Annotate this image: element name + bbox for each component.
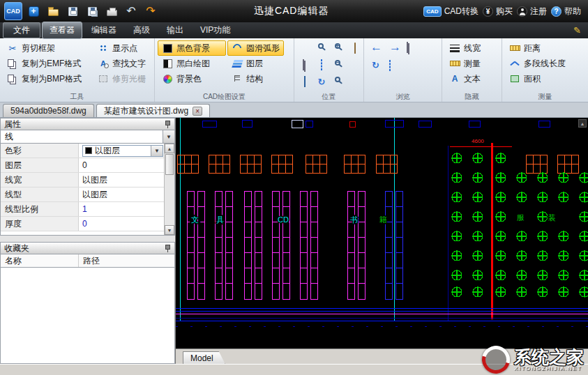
smooth-arc-toggle[interactable]: 圆滑弧形 bbox=[227, 40, 284, 56]
menu-file-button[interactable]: 文件 bbox=[3, 22, 40, 38]
linewidth-toggle[interactable]: 线宽 bbox=[445, 40, 485, 56]
copy-view-button[interactable] bbox=[304, 60, 306, 70]
structure-button[interactable]: 结构 bbox=[227, 71, 284, 86]
zoom-out-button[interactable] bbox=[335, 60, 342, 70]
polyline-length-button[interactable]: 多段线长度 bbox=[505, 56, 570, 71]
property-row[interactable]: 线型比例 1 bbox=[1, 202, 174, 217]
watermark-title: 系统之家 bbox=[514, 348, 584, 366]
save-all-button[interactable] bbox=[84, 3, 100, 20]
area-button[interactable]: 面积 bbox=[505, 71, 570, 86]
menu-tab-vip[interactable]: VIP功能 bbox=[193, 22, 238, 39]
layers-label: 图层 bbox=[246, 58, 263, 70]
favorites-header[interactable]: 收藏夹 bbox=[0, 242, 175, 254]
model-tab[interactable]: Model bbox=[183, 351, 225, 364]
copy-emf-button[interactable]: 复制为EMF格式 bbox=[3, 56, 92, 71]
black-bg-toggle[interactable]: 黑色背景 bbox=[158, 40, 226, 56]
find-text-icon: A bbox=[98, 59, 108, 68]
property-value[interactable]: 0 bbox=[79, 158, 174, 172]
scroll-thumb[interactable] bbox=[165, 154, 174, 175]
panel-gap bbox=[0, 236, 175, 242]
view-3d-button[interactable] bbox=[304, 77, 306, 86]
menu-tab-editor[interactable]: 编辑器 bbox=[84, 22, 124, 39]
properties-header[interactable]: 属性 bbox=[0, 118, 175, 130]
doc-tab-active[interactable]: 某超市建筑设计图.dwg × bbox=[96, 104, 210, 117]
property-value[interactable]: 以图层 bbox=[79, 188, 174, 201]
layers-button[interactable]: 图层 bbox=[227, 56, 284, 71]
property-row[interactable]: 线型 以图层 bbox=[1, 188, 174, 202]
menu-tab-viewer[interactable]: 查看器 bbox=[42, 22, 82, 39]
scroll-track[interactable] bbox=[165, 176, 174, 225]
cad-convert-button[interactable]: CAD CAD转换 bbox=[423, 6, 478, 17]
print-button[interactable] bbox=[103, 3, 120, 20]
property-row[interactable]: 色彩 以图层 ▼ bbox=[1, 144, 174, 158]
browse-back-button[interactable]: ← bbox=[367, 40, 386, 54]
text-toggle[interactable]: A文本 bbox=[445, 71, 485, 86]
scroll-down-button[interactable]: ▼ bbox=[165, 225, 174, 235]
canvas-bottom-lines bbox=[176, 308, 588, 326]
browse-forward-button[interactable]: → bbox=[386, 40, 405, 54]
properties-scrollbar[interactable]: ▲ ▼ bbox=[164, 144, 174, 235]
column-header-name[interactable]: 名称 bbox=[1, 254, 79, 267]
scroll-up-button[interactable]: ▲ bbox=[165, 144, 174, 153]
question-icon: ? bbox=[551, 6, 561, 17]
buy-button[interactable]: ¥ 购买 bbox=[483, 6, 513, 17]
linewidth-label: 线宽 bbox=[464, 43, 481, 54]
property-row[interactable]: 线宽 以图层 bbox=[1, 173, 174, 188]
zoom-window-button[interactable] bbox=[335, 77, 342, 86]
text-toggle-label: 文本 bbox=[464, 73, 481, 85]
pan-button[interactable] bbox=[354, 43, 356, 53]
trim-raster-button: 修剪光栅 bbox=[93, 71, 150, 86]
bg-color-button[interactable]: 背景色 bbox=[158, 71, 226, 86]
pin-icon[interactable] bbox=[164, 244, 171, 252]
color-select[interactable]: 以图层 ▼ bbox=[82, 145, 163, 157]
window-select-button[interactable] bbox=[321, 60, 322, 70]
refresh-view-button[interactable]: ↻ bbox=[367, 60, 384, 70]
redo-button[interactable]: ↷ bbox=[142, 3, 159, 20]
favorites-title: 收藏夹 bbox=[4, 243, 29, 254]
new-button[interactable]: + bbox=[25, 3, 42, 20]
cut-frame-button[interactable]: ✂剪切框架 bbox=[3, 40, 92, 56]
distance-button[interactable]: 距离 bbox=[505, 40, 570, 56]
save-button[interactable] bbox=[64, 3, 81, 20]
doc-tab[interactable]: 594a0ddb9e58f.dwg bbox=[3, 104, 94, 117]
measure-toggle[interactable]: 测量 bbox=[445, 56, 485, 71]
property-row[interactable]: 图层 0 bbox=[1, 158, 174, 173]
undo-button[interactable]: ↶ bbox=[123, 3, 140, 20]
area-icon bbox=[511, 75, 519, 82]
select-area-button[interactable] bbox=[384, 61, 395, 70]
menu-tab-output[interactable]: 输出 bbox=[159, 22, 191, 39]
column-header-path[interactable]: 路径 bbox=[79, 254, 174, 267]
find-text-button[interactable]: A查找文字 bbox=[93, 56, 150, 71]
canvas-scroll-up-button[interactable]: ▲ bbox=[578, 119, 587, 128]
entity-type-select[interactable]: 线 ▼ bbox=[0, 130, 175, 144]
shelf-label: CD bbox=[278, 215, 289, 224]
menu-tab-advanced[interactable]: 高级 bbox=[126, 22, 158, 39]
bw-drawing-button[interactable]: 黑白绘图 bbox=[158, 56, 226, 71]
property-row[interactable]: 厚度 0 bbox=[1, 217, 174, 231]
trim-raster-label: 修剪光栅 bbox=[112, 73, 146, 85]
chevron-down-icon[interactable]: ▼ bbox=[163, 130, 174, 143]
property-value[interactable]: 以图层 bbox=[79, 173, 174, 187]
pin-icon[interactable] bbox=[164, 120, 171, 128]
ruler-icon bbox=[450, 61, 460, 66]
open-button[interactable] bbox=[45, 3, 61, 20]
zoom-button[interactable] bbox=[318, 43, 326, 53]
rotate-view-button[interactable]: ↻ bbox=[318, 77, 326, 87]
show-points-button[interactable]: 显示点 bbox=[93, 40, 150, 56]
favorites-list[interactable] bbox=[0, 268, 175, 364]
tab-close-button[interactable]: × bbox=[193, 107, 202, 116]
register-button[interactable]: 注册 bbox=[517, 6, 547, 17]
help-button[interactable]: ? 帮助 bbox=[551, 6, 581, 17]
chevron-down-icon[interactable]: ▼ bbox=[151, 146, 163, 156]
goto-page-button[interactable] bbox=[405, 43, 413, 52]
user-icon bbox=[517, 6, 527, 17]
drawing-canvas[interactable]: 4600 bbox=[176, 118, 588, 349]
copy-bmp-button[interactable]: 复制为BMP格式 bbox=[3, 71, 92, 86]
property-value[interactable]: 1 bbox=[79, 202, 174, 216]
skin-pen-icon[interactable]: ✎ bbox=[569, 25, 585, 36]
register-label: 注册 bbox=[530, 6, 547, 17]
property-value[interactable]: 以图层 ▼ bbox=[79, 144, 174, 158]
distance-icon bbox=[510, 45, 520, 51]
property-value[interactable]: 0 bbox=[79, 217, 174, 231]
zoom-in-button[interactable] bbox=[335, 43, 342, 53]
